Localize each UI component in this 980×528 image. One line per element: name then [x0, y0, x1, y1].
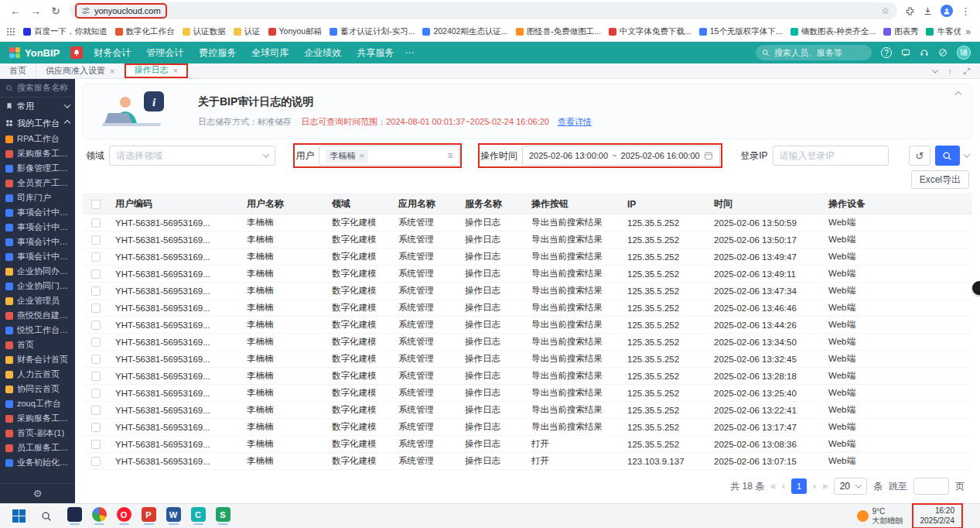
- do-not-disturb-icon[interactable]: [938, 48, 948, 57]
- sidebar-item[interactable]: 企业管理员: [0, 293, 75, 308]
- download-icon[interactable]: [923, 6, 933, 16]
- table-row[interactable]: YHT-56381-56953169... 李楠楠 数字化建模 系统管理 操作日…: [83, 317, 972, 334]
- sidebar-item[interactable]: 企业协同门户-...: [0, 279, 75, 293]
- row-checkbox[interactable]: [91, 252, 101, 262]
- excel-export-button[interactable]: Excel导出: [911, 170, 969, 189]
- header-menu-item[interactable]: 费控服务: [199, 46, 236, 60]
- row-checkbox[interactable]: [91, 355, 101, 364]
- profile-avatar[interactable]: [941, 5, 953, 17]
- select-all-checkbox[interactable]: [91, 200, 101, 209]
- bookmark-item[interactable]: Yonyou邮箱: [265, 25, 326, 39]
- row-checkbox[interactable]: [91, 321, 101, 330]
- column-header[interactable]: 用户名称: [241, 197, 326, 211]
- ip-input[interactable]: [773, 146, 889, 166]
- last-page-button[interactable]: »: [822, 481, 828, 492]
- taskbar-app-icon[interactable]: C: [186, 505, 210, 528]
- tag-close-icon[interactable]: ×: [359, 151, 364, 160]
- search-button[interactable]: [935, 146, 960, 166]
- table-row[interactable]: YHT-56381-56953169... 李楠楠 数字化建模 系统管理 操作日…: [83, 419, 972, 436]
- expand-icon[interactable]: [963, 67, 971, 75]
- table-row[interactable]: YHT-56381-56953169... 李楠楠 数字化建模 系统管理 操作日…: [83, 385, 972, 402]
- site-info-icon[interactable]: [81, 6, 90, 15]
- table-row[interactable]: YHT-56381-56953169... 李楠楠 数字化建模 系统管理 操作日…: [83, 351, 972, 368]
- table-row[interactable]: YHT-56381-56953169... 李楠楠 数字化建模 系统管理 操作日…: [83, 214, 972, 231]
- column-header[interactable]: 用户编码: [109, 197, 241, 211]
- row-checkbox[interactable]: [91, 303, 101, 313]
- page-size-select[interactable]: 20: [834, 478, 867, 495]
- first-page-button[interactable]: «: [770, 481, 776, 492]
- taskbar-app-icon[interactable]: W: [161, 505, 186, 528]
- bookmark-item[interactable]: 图怪兽-免费做图工...: [513, 25, 604, 39]
- headset-support-icon[interactable]: [920, 48, 929, 57]
- bookmark-item[interactable]: 认证数据: [179, 25, 229, 39]
- url-bar[interactable]: yonyoucloud.com ☆: [70, 2, 897, 19]
- sidebar-item[interactable]: 事项会计中台...: [0, 205, 75, 220]
- row-checkbox[interactable]: [91, 440, 101, 449]
- user-input[interactable]: 李楠楠 × ≡: [319, 146, 459, 166]
- sidebar-item[interactable]: 员工服务工作台: [0, 441, 75, 455]
- tab-close-icon[interactable]: ×: [110, 67, 114, 76]
- sidebar-item[interactable]: 事项会计中台...: [0, 220, 75, 235]
- header-menu-item[interactable]: 共享服务: [357, 46, 394, 60]
- browser-menu-icon[interactable]: ⋮: [961, 5, 971, 17]
- help-icon[interactable]: ?: [881, 47, 892, 58]
- column-header[interactable]: 操作按钮: [525, 197, 621, 211]
- feedback-chat-icon[interactable]: [901, 48, 910, 57]
- assistant-badge[interactable]: 辅: [957, 46, 971, 60]
- table-row[interactable]: YHT-56381-56953169... 李楠楠 数字化建模 系统管理 操作日…: [83, 249, 972, 266]
- weather-widget[interactable]: 9°C 大部晴朗: [857, 507, 903, 525]
- sidebar-item[interactable]: 悦悦工作台111: [0, 323, 75, 338]
- next-page-button[interactable]: ›: [813, 481, 816, 492]
- row-checkbox[interactable]: [91, 286, 101, 296]
- table-row[interactable]: YHT-56381-56953169... 李楠楠 数字化建模 系统管理 操作日…: [83, 334, 972, 351]
- taskbar-search-button[interactable]: [34, 505, 59, 528]
- forward-button[interactable]: →: [29, 5, 42, 17]
- url-text[interactable]: yonyoucloud.com: [94, 6, 161, 15]
- sidebar-item[interactable]: 首页-副本(1): [0, 426, 75, 441]
- column-header[interactable]: 服务名称: [459, 197, 525, 211]
- sidebar-item[interactable]: 企业协同办公...: [0, 264, 75, 279]
- tab-operation-log[interactable]: 操作日志 ×: [125, 63, 187, 78]
- bookmark-star-icon[interactable]: ☆: [881, 5, 890, 16]
- tab-supplier-settings[interactable]: 供应商准入设置 ×: [36, 63, 125, 78]
- sidebar-item[interactable]: 全员资产工作台: [0, 176, 75, 190]
- bookmark-item[interactable]: 百度一下，你就知道: [20, 25, 111, 39]
- bookmark-item[interactable]: 认证: [230, 25, 264, 39]
- apps-grid-icon[interactable]: [6, 27, 15, 36]
- column-header[interactable]: 操作设备: [822, 197, 954, 211]
- prev-page-button[interactable]: ‹: [782, 481, 785, 492]
- sidebar-item[interactable]: 财务会计首页: [0, 352, 75, 367]
- expand-filters-icon[interactable]: [964, 151, 970, 157]
- bookmark-item[interactable]: 图表秀: [880, 25, 922, 39]
- taskbar-app-icon[interactable]: P: [136, 505, 161, 528]
- chevron-down-icon[interactable]: [931, 67, 937, 73]
- row-checkbox[interactable]: [91, 372, 101, 381]
- user-picker-icon[interactable]: ≡: [447, 150, 452, 161]
- sidebar-item[interactable]: 首页: [0, 338, 75, 352]
- row-checkbox[interactable]: [91, 338, 101, 347]
- bookmark-item[interactable]: 15个无版权字体下...: [696, 25, 786, 39]
- bookmark-item[interactable]: 镝数图表-种类齐全...: [787, 25, 879, 39]
- table-row[interactable]: YHT-56381-56953169... 李楠楠 数字化建模 系统管理 操作日…: [83, 402, 972, 419]
- start-button[interactable]: [6, 505, 31, 528]
- bookmark-item[interactable]: 蓄才认证计划-实习...: [326, 25, 418, 39]
- extensions-puzzle-icon[interactable]: [905, 6, 915, 16]
- notification-bell-icon[interactable]: [70, 46, 83, 59]
- sidebar-item[interactable]: 司库门户: [0, 190, 75, 205]
- header-menu-item[interactable]: 全球司库: [251, 46, 289, 60]
- sidebar-item[interactable]: 协同云首页: [0, 382, 75, 396]
- row-checkbox[interactable]: [91, 218, 101, 228]
- current-page[interactable]: 1: [791, 478, 807, 494]
- column-header[interactable]: 应用名称: [392, 197, 459, 211]
- table-row[interactable]: YHT-56381-56953169... 李楠楠 数字化建模 系统管理 操作日…: [83, 283, 972, 300]
- sidebar-item[interactable]: 采购服务工作...: [0, 146, 75, 161]
- time-range-input[interactable]: 2025-02-06 13:00:00 ~ 2025-02-06 16:00:0…: [522, 146, 720, 166]
- sidebar-item[interactable]: zouq工作台: [0, 396, 75, 411]
- table-row[interactable]: YHT-56381-56953169... 李楠楠 数字化建模 系统管理 操作日…: [83, 266, 972, 283]
- table-row[interactable]: YHT-56381-56953169... 李楠楠 数字化建模 系统管理 操作日…: [83, 300, 972, 317]
- row-checkbox[interactable]: [91, 423, 101, 432]
- column-header[interactable]: 领域: [326, 197, 392, 211]
- user-tag[interactable]: 李楠楠 ×: [326, 149, 367, 163]
- yonbip-logo[interactable]: YonBIP: [9, 47, 60, 59]
- calendar-icon[interactable]: [704, 151, 713, 160]
